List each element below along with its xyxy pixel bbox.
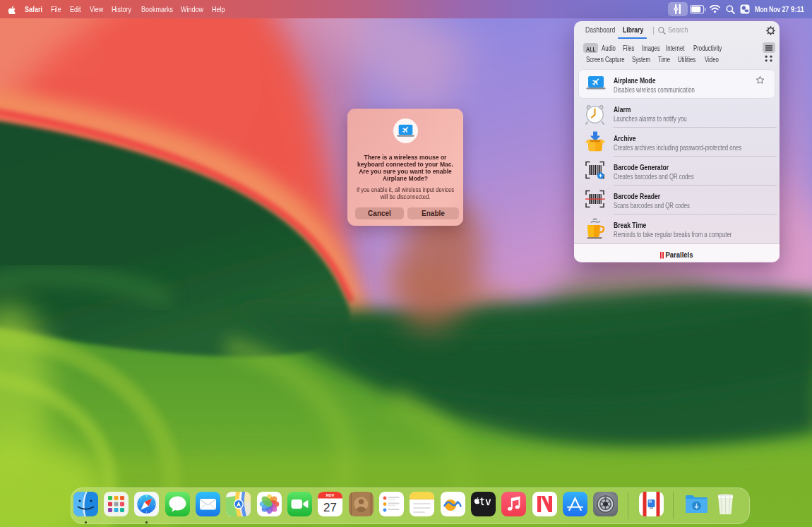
- svg-text:Parallels: Parallels: [665, 251, 693, 259]
- svg-text:NOV: NOV: [326, 493, 335, 497]
- svg-text:27: 27: [323, 501, 337, 514]
